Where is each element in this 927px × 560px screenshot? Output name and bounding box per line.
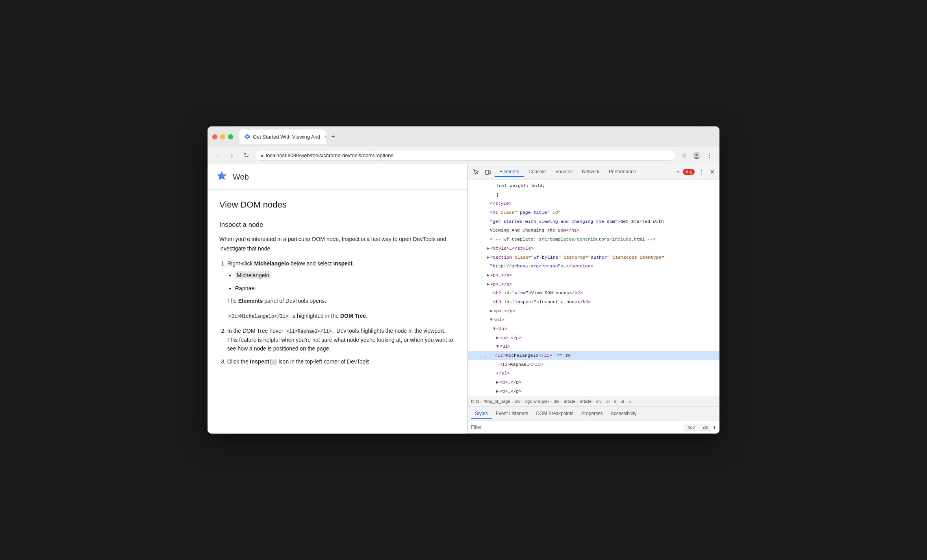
breadcrumb-div2[interactable]: div — [554, 399, 559, 404]
expand-arrow-li[interactable]: ▼ — [493, 325, 496, 333]
svg-marker-4 — [217, 171, 226, 180]
tab-console[interactable]: Console — [524, 167, 551, 177]
tab-bar: Get Started With Viewing And × + — [239, 130, 715, 144]
tab-sources[interactable]: Sources — [551, 167, 577, 177]
dom-line[interactable]: ▶ <section class="wf-byline" itemprop="a… — [468, 253, 719, 262]
reload-button[interactable]: ↻ — [241, 150, 252, 161]
steps-list: Right-click Michelangelo below and selec… — [227, 259, 456, 366]
url-bar[interactable]: ● localhost:8080/web/tools/chrome-devtoo… — [255, 150, 675, 161]
tab-close-button[interactable]: × — [324, 134, 326, 139]
step1-text-mid: below and select — [289, 260, 333, 267]
maximize-traffic-light[interactable] — [228, 134, 233, 139]
more-tabs-button[interactable]: » — [677, 169, 680, 175]
expand-arrow-ol[interactable]: ▼ — [490, 316, 493, 324]
expand-arrow[interactable]: ▶ — [490, 307, 493, 315]
tab-performance[interactable]: Performance — [604, 167, 641, 177]
breadcrumb-ul[interactable]: ul — [621, 399, 624, 404]
step1-text-after: . — [352, 260, 354, 267]
breadcrumb-article2[interactable]: article — [580, 399, 591, 404]
dom-line: "get_started_with_viewing_and_changing_t… — [468, 217, 719, 226]
step1-sublist: Michelangelo Raphael — [235, 271, 456, 293]
step-1: Right-click Michelangelo below and selec… — [227, 259, 456, 321]
inspect-cursor-icon — [473, 169, 479, 175]
close-traffic-light[interactable] — [212, 134, 217, 139]
page-site-title: Web — [233, 172, 249, 182]
dom-line-highlighted[interactable]: ... <li>Michelangelo</li> == $0 — [468, 351, 719, 360]
expand-arrow[interactable]: ▶ — [487, 280, 489, 289]
new-tab-button[interactable]: + — [328, 131, 339, 142]
page-content: Web View DOM nodes Inspect a node When y… — [208, 164, 467, 434]
main-area: Web View DOM nodes Inspect a node When y… — [208, 164, 719, 434]
dom-line[interactable]: ▶ <p>…</p> — [468, 387, 719, 396]
dom-line: } — [468, 191, 719, 200]
dom-line[interactable]: ▼ <li> — [468, 325, 719, 334]
step3-text-before: Click the — [227, 358, 250, 365]
browser-window: Get Started With Viewing And × + ‹ › ↻ ●… — [208, 126, 719, 434]
profile-button[interactable] — [691, 150, 702, 161]
breadcrumb-li2[interactable]: li — [629, 399, 631, 404]
bt-tab-dom-breakpoints[interactable]: DOM Breakpoints — [532, 409, 577, 419]
hov-button[interactable]: :hov — [684, 424, 697, 431]
forward-icon: › — [231, 152, 233, 159]
dom-line[interactable]: ▶ <style>…</style> — [468, 244, 719, 253]
minimize-traffic-light[interactable] — [220, 134, 225, 139]
tab-label: Get Started With Viewing And — [253, 134, 320, 140]
expand-arrow-p[interactable]: ▶ — [496, 334, 499, 342]
devtools-close-button[interactable]: ✕ — [708, 167, 716, 177]
dom-line: <h2 id="view">View DOM nodes</h2> — [468, 289, 719, 298]
expand-arrow-ul[interactable]: ▼ — [496, 343, 499, 351]
breadcrumb-ol[interactable]: ol — [606, 399, 610, 404]
bookmark-button[interactable]: ☆ — [679, 150, 690, 161]
cls-button[interactable]: .cls — [699, 424, 711, 431]
page-intro: When you're interested in a particular D… — [219, 235, 456, 254]
expand-arrow[interactable]: ▶ — [496, 388, 499, 396]
expand-arrow[interactable]: ▶ — [496, 378, 499, 387]
dom-line[interactable]: ▶ <p>…</p> — [468, 378, 719, 387]
bt-tab-properties[interactable]: Properties — [577, 409, 607, 419]
breadcrumb-html[interactable]: html — [471, 399, 479, 404]
step-2: In the DOM Tree hover <li>Raphael</li>. … — [227, 326, 456, 353]
tab-elements[interactable]: Elements — [495, 167, 524, 177]
devtools-toolbar: Elements Console Sources Network Perform… — [468, 164, 719, 180]
breadcrumb-top-of-page[interactable]: #top_of_page — [484, 399, 510, 404]
step-3: Click the Inspect⇶ icon in the top-left … — [227, 357, 456, 366]
error-icon: ⊗ — [685, 169, 689, 174]
devtools-panel: Elements Console Sources Network Perform… — [467, 164, 719, 434]
bt-tab-event-listeners[interactable]: Event Listeners — [492, 409, 532, 419]
expand-arrow[interactable]: ▶ — [487, 271, 489, 280]
filter-input[interactable] — [471, 425, 682, 430]
dom-line[interactable]: ▶ <p>…</p> — [468, 280, 719, 289]
breadcrumb-article1[interactable]: article — [564, 399, 575, 404]
breadcrumb-gc-wrapper[interactable]: #gc-wrapper — [525, 399, 549, 404]
devtools-menu-button[interactable]: ⋮ — [696, 167, 706, 177]
page-body: View DOM nodes Inspect a node When you'r… — [208, 190, 467, 378]
expand-arrow[interactable]: ▶ — [487, 245, 489, 253]
breadcrumb-li1[interactable]: li — [614, 399, 616, 404]
step1-text-before: Right-click — [227, 260, 254, 267]
menu-button[interactable]: ⋮ — [704, 150, 715, 161]
bt-tab-accessibility[interactable]: Accessibility — [607, 409, 640, 419]
breadcrumb-div1[interactable]: div — [515, 399, 520, 404]
svg-rect-6 — [486, 170, 489, 174]
add-style-button[interactable]: + — [713, 424, 716, 431]
page-header: Web — [208, 164, 467, 190]
address-actions: ☆ ⋮ — [679, 150, 715, 161]
dom-line[interactable]: ▶ <p>…</p> — [468, 307, 719, 316]
forward-button[interactable]: › — [226, 150, 237, 161]
step3-text-after: icon in the top-left corner of DevTools — [277, 358, 370, 365]
tab-network[interactable]: Network — [577, 167, 604, 177]
reload-icon: ↻ — [244, 152, 249, 159]
bt-tab-styles[interactable]: Styles — [471, 409, 492, 419]
inspect-element-button[interactable] — [471, 167, 481, 177]
active-tab[interactable]: Get Started With Viewing And × — [239, 130, 326, 144]
dom-line[interactable]: ▼ <ol> — [468, 315, 719, 325]
dom-line[interactable]: ▼ <ul> — [468, 342, 719, 351]
address-bar: ‹ › ↻ ● localhost:8080/web/tools/chrome-… — [208, 147, 719, 164]
breadcrumb-div3[interactable]: div — [596, 399, 602, 404]
device-mode-button[interactable] — [483, 167, 493, 177]
back-button[interactable]: ‹ — [212, 150, 223, 161]
expand-arrow[interactable]: ▶ — [487, 254, 489, 262]
dom-line[interactable]: ▶ <p>…</p> — [468, 334, 719, 343]
dom-line: <li>Raphael</li> — [468, 360, 719, 369]
dom-line[interactable]: ▶ <p>…</p> — [468, 271, 719, 280]
